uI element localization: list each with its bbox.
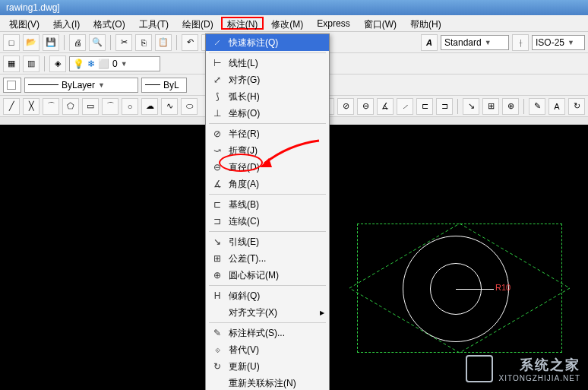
menu-item[interactable]: 对齐文字(X) <box>206 304 329 321</box>
menu-item-label: 公差(T)... <box>229 252 266 265</box>
pline-icon[interactable]: ⌒ <box>43 98 59 115</box>
text-style-icon[interactable]: A <box>421 34 438 51</box>
menu-item[interactable]: ⊏基线(B) <box>206 196 329 213</box>
menu-item[interactable]: ↘引线(E) <box>206 233 329 250</box>
dim-tedit-icon[interactable]: A <box>548 98 565 115</box>
dim-angular-icon[interactable]: ∡ <box>377 98 394 115</box>
menu-item-icon: ⊥ <box>210 107 224 119</box>
dim-style-icon[interactable]: ⟊ <box>512 34 529 51</box>
menu-item[interactable]: 工具(T) <box>133 17 175 30</box>
menu-item[interactable]: ↻更新(U) <box>206 358 329 375</box>
menu-item-icon: ⊖ <box>210 161 224 173</box>
menu-item-label: 倾斜(Q) <box>229 290 260 303</box>
menu-item-label: 基线(B) <box>229 198 259 211</box>
open-icon[interactable]: 📂 <box>23 34 40 51</box>
text-style-combo[interactable]: Standard ▼ <box>441 35 509 50</box>
xline-icon[interactable]: ╳ <box>23 98 40 115</box>
menu-item-label: 圆心标记(M) <box>229 269 279 282</box>
dim-continue-icon[interactable]: ⊐ <box>436 98 453 115</box>
dim-baseline-icon[interactable]: ⊏ <box>416 98 433 115</box>
dim-edit-icon[interactable]: ✎ <box>529 98 545 115</box>
lineweight-combo[interactable]: ByL <box>141 78 187 93</box>
menu-item-icon <box>210 306 224 319</box>
menu-item-icon: ⤻ <box>210 144 224 157</box>
menu-item[interactable]: ∡角度(A) <box>206 176 329 192</box>
dim-diameter-icon[interactable]: ⊖ <box>357 98 374 115</box>
chevron-down-icon: ▼ <box>121 60 128 68</box>
menu-item-icon: ↻ <box>210 360 224 373</box>
center-mark-icon[interactable]: ⊕ <box>502 98 519 115</box>
print-icon[interactable]: 🖨 <box>69 34 86 51</box>
menu-item[interactable]: ⊐连续(C) <box>206 213 329 230</box>
menu-item[interactable]: ⤢对齐(G) <box>206 71 329 88</box>
menu-item[interactable]: 帮助(H) <box>404 17 447 30</box>
menu-item-label: 对齐文字(X) <box>229 306 277 319</box>
circle-icon[interactable]: ○ <box>122 98 138 115</box>
menu-item[interactable]: ⊥坐标(O) <box>206 105 329 122</box>
menu-item[interactable]: 标注(N) <box>221 17 264 30</box>
menu-item[interactable]: 插入(I) <box>47 17 86 30</box>
linetype-combo[interactable]: ByLayer ▼ <box>24 78 138 93</box>
menu-item[interactable]: 视图(V) <box>3 17 46 30</box>
menu-item[interactable]: ⊖直径(D) <box>206 159 329 176</box>
leader-icon[interactable]: ↘ <box>463 98 479 115</box>
menu-item-label: 重新关联标注(N) <box>229 377 296 390</box>
spline-icon[interactable]: ∿ <box>161 98 178 115</box>
plot-preview-icon[interactable]: 🔍 <box>89 34 106 51</box>
menu-item[interactable]: Express <box>311 17 356 30</box>
menu-item[interactable]: 修改(M) <box>265 17 309 30</box>
line-icon[interactable]: ╱ <box>3 98 20 115</box>
menu-item[interactable]: H倾斜(Q) <box>206 287 329 304</box>
layer-combo[interactable]: 💡❄⬜ 0 ▼ <box>69 56 160 71</box>
save-icon[interactable]: 💾 <box>43 34 59 51</box>
menu-item[interactable]: ⊕圆心标记(M) <box>206 267 329 284</box>
dim-radius-icon[interactable]: ⊘ <box>337 98 354 115</box>
menu-item-label: 连续(C) <box>229 215 260 228</box>
dim-style-value: ISO-25 <box>536 37 564 48</box>
menu-item[interactable]: ⊞公差(T)... <box>206 250 329 267</box>
polygon-icon[interactable]: ⬠ <box>62 98 79 115</box>
dim-update-icon[interactable]: ↻ <box>568 98 585 115</box>
cut-icon[interactable]: ✂ <box>115 34 132 51</box>
menu-item-label: 标注样式(S)... <box>229 327 285 340</box>
layer-props-icon[interactable]: ▥ <box>23 55 40 72</box>
menu-separator <box>209 231 326 232</box>
menu-item[interactable]: 绘图(D) <box>176 17 220 30</box>
menu-item[interactable]: ⟋快速标注(Q) <box>206 34 329 51</box>
menu-item[interactable]: 重新关联标注(N) <box>206 375 329 390</box>
chevron-down-icon: ▼ <box>567 39 574 46</box>
menu-separator <box>209 285 326 286</box>
chevron-down-icon: ▼ <box>485 39 492 46</box>
paste-icon[interactable]: 📋 <box>155 34 172 51</box>
copy-icon[interactable]: ⎘ <box>135 34 152 51</box>
menu-item[interactable]: 格式(O) <box>87 17 131 30</box>
menu-item-icon: ⊕ <box>210 269 224 281</box>
menu-item[interactable]: ⊘半径(R) <box>206 125 329 142</box>
layer-icon[interactable]: ▦ <box>3 55 20 72</box>
menu-item[interactable]: ⊢线性(L) <box>206 55 329 71</box>
ellipse-icon[interactable]: ⬭ <box>181 98 198 115</box>
chevron-down-icon: ▼ <box>98 81 105 89</box>
menu-item[interactable]: ✎标注样式(S)... <box>206 325 329 341</box>
new-icon[interactable]: □ <box>3 34 20 51</box>
revcloud-icon[interactable]: ☁ <box>141 98 158 115</box>
tolerance-icon[interactable]: ⊞ <box>482 98 499 115</box>
menu-item-icon: H <box>210 290 224 302</box>
color-combo[interactable] <box>3 78 21 93</box>
arc-icon[interactable]: ⌒ <box>102 98 119 115</box>
dim-quick-icon[interactable]: ⟋ <box>397 98 413 115</box>
dim-style-combo[interactable]: ISO-25 ▼ <box>532 35 585 50</box>
undo-icon[interactable]: ↶ <box>182 34 198 51</box>
layer-state-icon[interactable]: ◈ <box>49 55 66 72</box>
text-style-value: Standard <box>444 37 482 48</box>
rectangle-icon[interactable]: ▭ <box>82 98 99 115</box>
menu-item[interactable]: ⟐替代(V) <box>206 341 329 358</box>
menu-item-label: 直径(D) <box>229 161 260 174</box>
menu-item-icon: ⊏ <box>210 198 224 211</box>
menu-item[interactable]: ⤻折弯(J) <box>206 142 329 159</box>
menu-item-label: 折弯(J) <box>229 144 258 157</box>
menu-item[interactable]: 窗口(W) <box>358 17 403 30</box>
menu-item-icon: ⟐ <box>210 344 224 356</box>
menu-item-label: 替代(V) <box>229 344 259 357</box>
menu-item[interactable]: ⟆弧长(H) <box>206 88 329 105</box>
